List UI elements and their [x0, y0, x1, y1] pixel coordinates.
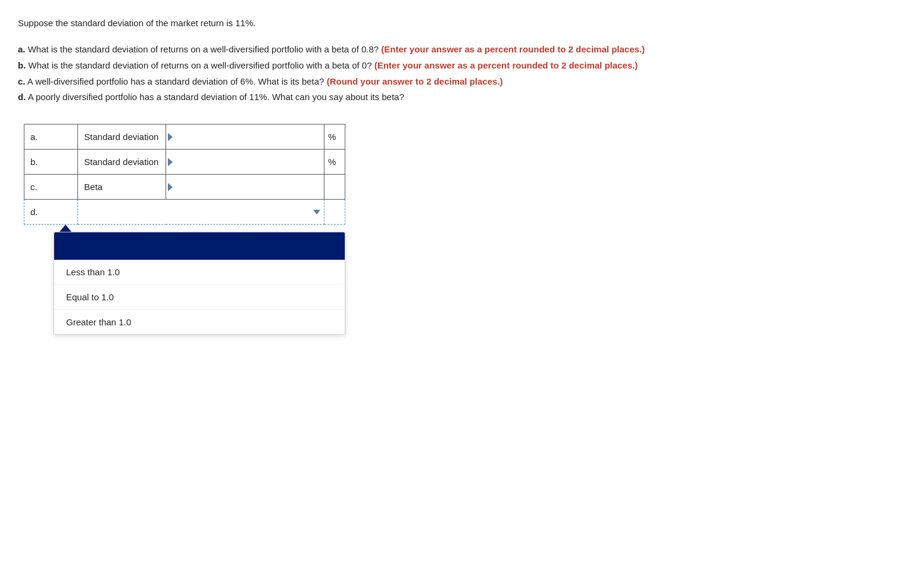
question-a-label: a. — [18, 44, 26, 54]
question-d: d. A poorly diversified portfolio has a … — [18, 90, 906, 105]
question-b: b. What is the standard deviation of ret… — [18, 58, 906, 73]
question-d-label: d. — [18, 92, 26, 102]
table-row-d: d. — [24, 200, 345, 225]
question-b-text: What is the standard deviation of return… — [29, 60, 372, 70]
dropdown-option-equal[interactable]: Equal to 1.0 — [54, 285, 345, 310]
question-a: a. What is the standard deviation of ret… — [18, 42, 906, 57]
intro-text: Suppose the standard deviation of the ma… — [18, 18, 906, 28]
row-a-unit: % — [324, 125, 345, 150]
row-a-input[interactable] — [173, 125, 324, 149]
answer-table-wrapper: a. Standard deviation % b. Standard devi… — [24, 124, 906, 335]
row-b-inner — [166, 150, 324, 174]
row-b-label: b. — [24, 150, 78, 175]
dropdown-popup: Less than 1.0 Equal to 1.0 Greater than … — [54, 232, 345, 335]
row-b-input-cell — [166, 150, 324, 175]
row-d-unit — [324, 200, 345, 225]
question-a-instruction: (Enter your answer as a percent rounded … — [381, 44, 645, 54]
row-c-input-cell — [166, 175, 324, 200]
row-c-inner — [166, 175, 324, 199]
row-c-left-arrow — [168, 183, 173, 191]
row-d-label: d. — [24, 200, 78, 225]
row-b-input[interactable] — [173, 150, 324, 174]
question-b-instruction: (Enter your answer as a percent rounded … — [374, 60, 638, 70]
dropdown-option-greater-than[interactable]: Greater than 1.0 — [54, 310, 345, 334]
row-a-left-arrow — [168, 133, 173, 141]
dropdown-option-less-than[interactable]: Less than 1.0 — [54, 260, 345, 285]
question-c-instruction: (Round your answer to 2 decimal places.) — [327, 76, 503, 86]
row-b-left-arrow — [168, 158, 173, 166]
question-c-text: A well-diversified portfolio has a stand… — [27, 76, 324, 86]
row-a-input-cell — [166, 125, 324, 150]
answer-table: a. Standard deviation % b. Standard devi… — [24, 124, 345, 225]
row-a-inner — [166, 125, 324, 149]
row-c-input[interactable] — [173, 175, 324, 199]
row-c-field: Beta — [78, 175, 166, 200]
row-a-field: Standard deviation — [78, 125, 166, 150]
question-c: c. A well-diversified portfolio has a st… — [18, 74, 906, 89]
question-c-label: c. — [18, 76, 26, 86]
question-a-text: What is the standard deviation of return… — [28, 44, 379, 54]
row-a-label: a. — [24, 125, 78, 150]
table-row: b. Standard deviation % — [24, 150, 345, 175]
row-c-unit — [324, 175, 345, 200]
table-row: a. Standard deviation % — [24, 125, 345, 150]
dropdown-triangle-connector — [60, 225, 71, 232]
question-b-label: b. — [18, 60, 26, 70]
table-row: c. Beta — [24, 175, 345, 200]
row-c-label: c. — [24, 175, 78, 200]
questions-section: a. What is the standard deviation of ret… — [18, 42, 906, 105]
row-b-unit: % — [324, 150, 345, 175]
dropdown-header — [54, 232, 345, 260]
row-b-field: Standard deviation — [78, 150, 166, 175]
question-d-text: A poorly diversified portfolio has a sta… — [28, 92, 404, 102]
row-d-dropdown-arrow — [313, 210, 320, 214]
row-d-dropdown-cell[interactable] — [78, 200, 324, 225]
